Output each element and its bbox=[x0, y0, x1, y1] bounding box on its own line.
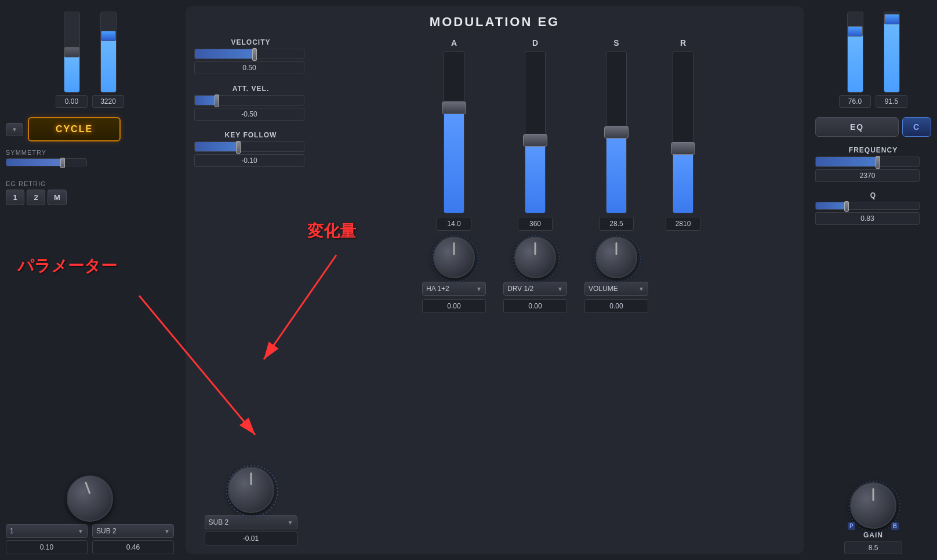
right-panel: 76.0 91.5 EQ C FREQUENCY 2370 bbox=[809, 0, 937, 560]
top-slider-row: 0.00 3220 bbox=[6, 12, 174, 108]
left-vertical-slider[interactable] bbox=[64, 12, 80, 93]
center-left-knob[interactable] bbox=[228, 467, 274, 513]
gain-knob-wrap: P B bbox=[850, 482, 896, 529]
left-controls: VELOCITY 0.50 ATT. VEL. -0.50 bbox=[194, 38, 316, 546]
att-vel-slider[interactable] bbox=[194, 95, 304, 106]
adsr-s-label: S bbox=[613, 38, 619, 48]
velocity-label: VELOCITY bbox=[194, 38, 307, 46]
adsr-s-dropdown-label: VOLUME bbox=[589, 285, 618, 293]
eq-button-row: EQ C bbox=[815, 117, 931, 137]
adsr-r-value: 2810 bbox=[666, 217, 700, 231]
symmetry-label: SYMMETRY bbox=[6, 149, 174, 156]
eq-button[interactable]: EQ bbox=[815, 117, 899, 137]
adsr-d-label: D bbox=[532, 38, 538, 48]
adsr-d-knob-wrap bbox=[514, 237, 556, 278]
velocity-value: 0.50 bbox=[194, 61, 304, 74]
main-container: 0.00 3220 ▼ CYCLE SYMMETRY bbox=[0, 0, 937, 560]
adsr-a-dropdown-arrow: ▼ bbox=[476, 286, 482, 292]
bottom-value-1: 0.10 bbox=[6, 540, 88, 554]
center-left-knob-section: SUB 2 ▼ -0.01 bbox=[194, 467, 307, 546]
adsr-col-d: D 360 DRV bbox=[503, 38, 567, 546]
dropdown1-arrow: ▼ bbox=[78, 528, 83, 534]
q-slider[interactable] bbox=[815, 202, 920, 210]
symmetry-slider-wrap bbox=[6, 158, 174, 166]
symmetry-slider[interactable] bbox=[6, 158, 87, 166]
right-v-slider-1-wrap: 76.0 bbox=[839, 12, 871, 108]
adsr-r-slider[interactable] bbox=[673, 51, 693, 213]
center-content: VELOCITY 0.50 ATT. VEL. -0.50 bbox=[194, 38, 795, 546]
cycle-button[interactable]: CYCLE bbox=[28, 117, 121, 141]
adsr-d-knob-ring bbox=[510, 232, 562, 285]
q-label: Q bbox=[815, 191, 931, 199]
frequency-slider[interactable] bbox=[815, 157, 920, 167]
adsr-s-value: 28.5 bbox=[599, 217, 634, 231]
bottom-dropdown-2[interactable]: SUB 2 ▼ bbox=[92, 524, 174, 538]
adsr-a-knob[interactable] bbox=[433, 237, 475, 278]
adsr-col-a: A 14.0 HA bbox=[422, 38, 486, 546]
adsr-d-slider[interactable] bbox=[525, 51, 546, 213]
adsr-s-knob-value: 0.00 bbox=[584, 299, 648, 313]
right-slider-wrap: 3220 bbox=[92, 12, 124, 108]
dropdown-col-2: SUB 2 ▼ 0.46 bbox=[92, 524, 174, 554]
svg-point-3 bbox=[594, 235, 641, 282]
svg-point-1 bbox=[432, 235, 478, 282]
left-knob[interactable] bbox=[67, 475, 113, 522]
adsr-d-dropdown-label: DRV 1/2 bbox=[507, 285, 533, 293]
q-section: Q 0.83 bbox=[815, 191, 931, 225]
key-follow-value: -0.10 bbox=[194, 154, 304, 167]
adsr-s-knob[interactable] bbox=[595, 237, 637, 278]
right-slider1-value: 76.0 bbox=[839, 95, 871, 108]
dropdown2-arrow: ▼ bbox=[164, 528, 170, 534]
retrig-btn-1[interactable]: 1 bbox=[6, 190, 24, 205]
gain-section: P B GAIN 8.5 bbox=[815, 482, 931, 554]
frequency-value: 2370 bbox=[815, 169, 920, 182]
dropdown1-label: 1 bbox=[10, 527, 14, 535]
right-v-slider-2[interactable] bbox=[884, 12, 900, 93]
adsr-a-label: A bbox=[451, 38, 457, 48]
dropdown-arrow-icon: ▼ bbox=[12, 126, 17, 133]
svg-point-2 bbox=[513, 235, 560, 282]
bottom-value-2: 0.46 bbox=[92, 540, 174, 554]
left-knob-section: 1 ▼ 0.10 SUB 2 ▼ 0.46 bbox=[6, 475, 174, 554]
frequency-label: FREQUENCY bbox=[815, 146, 931, 154]
right-v-slider-1[interactable] bbox=[847, 12, 863, 93]
retrig-btn-2[interactable]: 2 bbox=[27, 190, 45, 205]
eg-retrig-section: EG RETRIG 1 2 M bbox=[6, 176, 174, 205]
adsr-s-knob-ring bbox=[591, 232, 644, 285]
adsr-a-dropdown-label: HA 1+2 bbox=[426, 285, 449, 293]
att-vel-section: ATT. VEL. -0.50 bbox=[194, 85, 307, 121]
adsr-col-s: S 28.5 VO bbox=[584, 38, 648, 546]
retrig-btn-m[interactable]: M bbox=[48, 190, 67, 205]
gain-b-label: B bbox=[891, 522, 899, 530]
right-slider-value: 3220 bbox=[92, 95, 124, 108]
left-bottom-knob-wrap bbox=[67, 475, 113, 522]
center-panel: MODULATION EG VELOCITY 0.50 ATT. VEL. bbox=[186, 6, 804, 554]
adsr-a-knob-value: 0.00 bbox=[422, 299, 486, 313]
adsr-s-slider[interactable] bbox=[606, 51, 627, 213]
key-follow-slider[interactable] bbox=[194, 141, 304, 152]
adsr-d-knob[interactable] bbox=[514, 237, 556, 278]
c-button[interactable]: C bbox=[902, 117, 931, 137]
right-v-slider-2-wrap: 91.5 bbox=[876, 12, 907, 108]
adsr-a-knob-wrap bbox=[433, 237, 475, 278]
left-bottom-row bbox=[67, 475, 113, 522]
adsr-r-label: R bbox=[680, 38, 686, 48]
gain-knob[interactable] bbox=[850, 482, 896, 529]
bottom-dropdown-1[interactable]: 1 ▼ bbox=[6, 524, 88, 538]
velocity-slider[interactable] bbox=[194, 49, 304, 59]
symmetry-section: SYMMETRY bbox=[6, 149, 174, 166]
velocity-section: VELOCITY 0.50 bbox=[194, 38, 307, 74]
gain-p-label: P bbox=[848, 522, 855, 530]
adsr-d-dropdown-arrow: ▼ bbox=[557, 286, 563, 292]
frequency-section: FREQUENCY 2370 bbox=[815, 146, 931, 182]
adsr-section: A 14.0 HA bbox=[328, 38, 795, 546]
adsr-d-value: 360 bbox=[518, 217, 553, 231]
adsr-a-value: 14.0 bbox=[437, 217, 471, 231]
adsr-d-knob-value: 0.00 bbox=[503, 299, 567, 313]
center-left-knob-value: -0.01 bbox=[205, 532, 297, 546]
panel-title: MODULATION EG bbox=[194, 14, 795, 30]
adsr-a-slider[interactable] bbox=[444, 51, 464, 213]
cycle-dropdown[interactable]: ▼ bbox=[6, 123, 23, 136]
right-vertical-slider[interactable] bbox=[100, 12, 117, 93]
att-vel-value: -0.50 bbox=[194, 108, 304, 121]
